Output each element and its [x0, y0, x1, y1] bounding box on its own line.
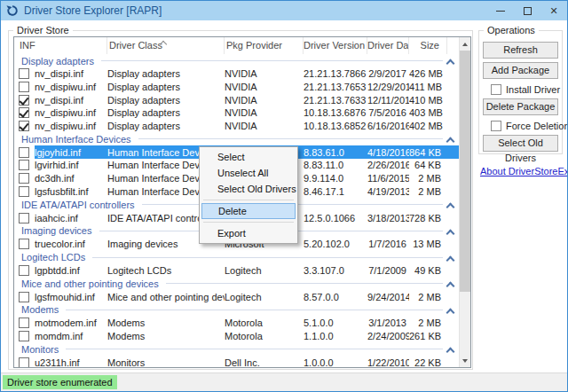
cell-date: 3/1/2013	[367, 318, 409, 328]
row-checkbox[interactable]	[19, 68, 29, 79]
row-checkbox[interactable]	[19, 160, 29, 170]
column-header-driver-date[interactable]: Driver Date	[367, 37, 409, 54]
column-header-size[interactable]: Size	[409, 37, 447, 54]
cell-inf: nv_dispi.inf	[35, 68, 107, 79]
column-header-driver-class[interactable]: Driver Class	[107, 37, 225, 54]
scroll-up-button[interactable]	[460, 37, 470, 51]
cell-date: 2/26/2016	[367, 160, 409, 170]
cell-date: 12/11/2016	[367, 95, 409, 106]
row-checkbox[interactable]	[19, 121, 29, 131]
row-checkbox[interactable]	[19, 107, 29, 118]
menu-item-unselect-all[interactable]: Unselect All	[201, 165, 296, 181]
force-deletion-checkbox-row[interactable]: Force Deletion	[491, 120, 562, 132]
scroll-down-icon	[462, 359, 468, 363]
vertical-scrollbar[interactable]	[459, 37, 470, 367]
about-link[interactable]: About DriverStoreExplorer	[480, 166, 568, 176]
column-header-inf[interactable]: INF	[14, 37, 107, 54]
cell-class: Logitech LCDs	[107, 265, 225, 276]
row-cells: u2311h.infMonitorsDell Inc.1.0.0.01/22/2…	[35, 356, 459, 367]
minimize-icon	[496, 11, 505, 12]
cell-version: 21.21.13.7653	[304, 82, 367, 92]
group-label: Mice and other pointing devices	[21, 278, 159, 289]
menu-item-export[interactable]: Export	[201, 225, 296, 241]
cell-date: 7/1/2009	[367, 265, 409, 276]
cell-size: 403 MB	[409, 107, 447, 118]
cell-version: 12.5.0.1066	[304, 213, 367, 223]
group-label: Modems	[21, 304, 59, 315]
force-deletion-checkbox[interactable]	[491, 121, 501, 131]
cell-class: Modems	[107, 318, 225, 328]
row-checkbox[interactable]	[19, 95, 29, 106]
cell-inf: nv_dispiwu.inf	[35, 107, 107, 118]
column-header-pkg-provider[interactable]: Pkg Provider	[225, 37, 304, 54]
scrollbar-thumb[interactable]	[460, 51, 470, 292]
group-collapse-icon[interactable]	[446, 136, 454, 143]
group-header-row: Monitors	[14, 342, 459, 356]
delete-package-button[interactable]: Delete Package	[483, 98, 558, 115]
scroll-down-button[interactable]	[460, 354, 470, 367]
context-menu: SelectUnselect AllSelect Old DriversDele…	[199, 146, 298, 244]
driver-row[interactable]: nv_dispi.infDisplay adaptersNVIDIA21.21.…	[14, 93, 459, 106]
row-checkbox[interactable]	[19, 265, 29, 276]
row-checkbox[interactable]	[19, 173, 29, 184]
cell-date: 4/18/2016	[367, 147, 409, 158]
row-checkbox[interactable]	[19, 357, 29, 367]
cell-version: 21.21.13.7633	[304, 95, 367, 106]
cell-version: 10.18.13.6876	[304, 107, 367, 118]
menu-item-delete[interactable]: Delete	[201, 203, 296, 219]
maximize-button[interactable]	[514, 1, 540, 20]
cell-version: 9.9.114.0	[304, 173, 367, 184]
group-collapse-icon[interactable]	[446, 58, 454, 65]
row-cells: nv_dispiwu.infDisplay adaptersNVIDIA10.1…	[35, 120, 459, 133]
menu-item-select-old-drivers[interactable]: Select Old Drivers	[201, 181, 296, 197]
driver-row[interactable]: nv_dispiwu.infDisplay adaptersNVIDIA10.1…	[14, 106, 459, 120]
driver-row[interactable]: nv_dispiwu.infDisplay adaptersNVIDIA21.2…	[14, 81, 459, 94]
group-collapse-icon[interactable]	[446, 255, 454, 262]
row-checkbox[interactable]	[19, 82, 29, 92]
row-checkbox[interactable]	[19, 239, 29, 249]
row-checkbox[interactable]	[19, 331, 29, 341]
cell-class: Display adapters	[107, 107, 225, 118]
column-header-label: Driver Class	[109, 40, 162, 51]
column-header-driver-version[interactable]: Driver Version	[304, 37, 367, 54]
driver-row[interactable]: momdm.infModemsMotorola1.1.0.02/24/20092…	[14, 330, 459, 343]
group-collapse-icon[interactable]	[446, 201, 454, 208]
cell-version: 10.18.13.6852	[304, 121, 367, 131]
titlebar[interactable]: Driver Store Explorer [RAPR]	[1, 1, 567, 20]
operations-group-label: Operations	[484, 25, 539, 35]
cell-date: 7/5/2016	[367, 107, 409, 118]
row-checkbox[interactable]	[19, 318, 29, 328]
row-checkbox[interactable]	[19, 213, 29, 223]
row-checkbox[interactable]	[19, 147, 29, 158]
group-collapse-icon[interactable]	[446, 280, 454, 287]
row-checkbox[interactable]	[19, 186, 29, 197]
driver-row[interactable]: nv_dispi.infDisplay adaptersNVIDIA21.21.…	[14, 67, 459, 81]
cell-version: 1.0.0.0	[304, 357, 367, 367]
row-cells: nv_dispi.infDisplay adaptersNVIDIA21.21.…	[35, 67, 459, 81]
group-divider-line	[66, 349, 443, 349]
cell-inf: iaahcic.inf	[35, 213, 107, 223]
menu-item-select[interactable]: Select	[201, 149, 296, 165]
minimize-button[interactable]	[487, 1, 514, 20]
driver-row[interactable]: motmodem.infModemsMotorola5.1.0.03/1/201…	[14, 317, 459, 330]
cell-inf: momdm.inf	[35, 331, 107, 341]
install-driver-checkbox[interactable]	[491, 84, 501, 95]
group-collapse-icon[interactable]	[446, 228, 454, 235]
driver-row[interactable]: lgpbtdd.infLogitech LCDsLogitech3.3.107.…	[14, 264, 459, 278]
cell-inf: truecolor.inf	[35, 239, 107, 249]
select-old-drivers-button[interactable]: Select Old Drivers	[483, 135, 558, 152]
close-button[interactable]	[540, 1, 567, 20]
group-divider-line	[66, 310, 443, 310]
group-collapse-icon[interactable]	[446, 307, 454, 314]
driver-row[interactable]: u2311h.infMonitorsDell Inc.1.0.0.01/22/2…	[14, 356, 459, 367]
group-collapse-icon[interactable]	[446, 346, 454, 353]
add-package-button[interactable]: Add Package	[483, 62, 558, 79]
row-cells: nv_dispi.infDisplay adaptersNVIDIA21.21.…	[35, 93, 459, 106]
operations-group: Operations Refresh Add Package Install D…	[478, 30, 563, 154]
window-title: Driver Store Explorer [RAPR]	[24, 4, 162, 17]
refresh-button[interactable]: Refresh	[483, 42, 558, 59]
driver-row[interactable]: lgsfmouhid.infMice and other pointing de…	[14, 290, 459, 303]
install-driver-checkbox-row[interactable]: Install Driver	[491, 83, 562, 96]
driver-row[interactable]: nv_dispiwu.infDisplay adaptersNVIDIA10.1…	[14, 120, 459, 133]
row-checkbox[interactable]	[19, 292, 29, 302]
